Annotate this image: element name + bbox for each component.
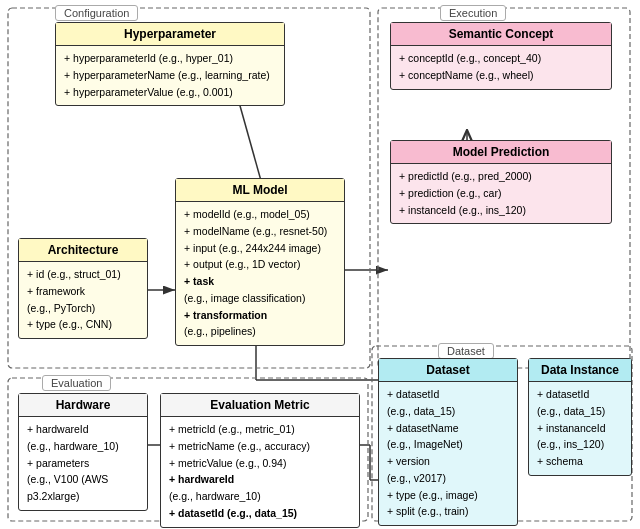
data-instance-title: Data Instance: [529, 359, 631, 382]
di-field-5: + schema: [537, 454, 623, 470]
architecture-title: Architecture: [19, 239, 147, 262]
ds-field-5: + version: [387, 454, 509, 470]
ml-field-2: + modelName (e.g., resnet-50): [184, 224, 336, 240]
dataset-body: + datasetId (e.g., data_15) + datasetNam…: [379, 382, 517, 525]
data-instance-body: + datasetId (e.g., data_15) + instanance…: [529, 382, 631, 475]
em-field-1: + metricId (e.g., metric_01): [169, 422, 351, 438]
hw-field-3: + parameters: [27, 456, 139, 472]
ml-field-8: (e.g., pipelines): [184, 324, 336, 340]
model-prediction-body: + predictId (e.g., pred_2000) + predicti…: [391, 164, 611, 223]
ds-field-1: + datasetId: [387, 387, 509, 403]
ml-field-4: + output (e.g., 1D vector): [184, 257, 336, 273]
hw-field-2: (e.g., hardware_10): [27, 439, 139, 455]
em-field-2: + metricName (e.g., accuracy): [169, 439, 351, 455]
hw-field-4: (e.g., V100 (AWS: [27, 472, 139, 488]
hyperparameter-body: + hyperparameterId (e.g., hyper_01) + hy…: [56, 46, 284, 105]
hp-field-2: + hyperparameterName (e.g., learning_rat…: [64, 68, 276, 84]
hp-field-3: + hyperparameterValue (e.g., 0.001): [64, 85, 276, 101]
arch-field-4: + type (e.g., CNN): [27, 317, 139, 333]
dataset-box: Dataset + datasetId (e.g., data_15) + da…: [378, 358, 518, 526]
ml-field-5: + task: [184, 274, 336, 290]
semantic-concept-title: Semantic Concept: [391, 23, 611, 46]
ml-field-7: + transformation: [184, 308, 336, 324]
architecture-body: + id (e.g., struct_01) + framework (e.g.…: [19, 262, 147, 338]
diagram-container: Configuration Execution Evaluation Datas…: [0, 0, 640, 529]
ml-field-6: (e.g., image classification): [184, 291, 336, 307]
di-field-3: + instananceId: [537, 421, 623, 437]
ds-field-2: (e.g., data_15): [387, 404, 509, 420]
dataset-title: Dataset: [379, 359, 517, 382]
ml-field-1: + modelId (e.g., model_05): [184, 207, 336, 223]
evaluation-metric-box: Evaluation Metric + metricId (e.g., metr…: [160, 393, 360, 528]
di-field-4: (e.g., ins_120): [537, 437, 623, 453]
arch-field-1: + id (e.g., struct_01): [27, 267, 139, 283]
arch-field-3: (e.g., PyTorch): [27, 301, 139, 317]
semantic-concept-box: Semantic Concept + conceptId (e.g., conc…: [390, 22, 612, 90]
evaluation-metric-title: Evaluation Metric: [161, 394, 359, 417]
hardware-body: + hardwareId (e.g., hardware_10) + param…: [19, 417, 147, 510]
hardware-box: Hardware + hardwareId (e.g., hardware_10…: [18, 393, 148, 511]
hyperparameter-title: Hyperparameter: [56, 23, 284, 46]
ds-field-6: (e.g., v2017): [387, 471, 509, 487]
mp-field-1: + predictId (e.g., pred_2000): [399, 169, 603, 185]
mlmodel-box: ML Model + modelId (e.g., model_05) + mo…: [175, 178, 345, 346]
model-prediction-box: Model Prediction + predictId (e.g., pred…: [390, 140, 612, 224]
sc-field-1: + conceptId (e.g., concept_40): [399, 51, 603, 67]
ml-field-3: + input (e.g., 244x244 image): [184, 241, 336, 257]
hw-field-1: + hardwareId: [27, 422, 139, 438]
mlmodel-body: + modelId (e.g., model_05) + modelName (…: [176, 202, 344, 345]
ds-field-4: (e.g., ImageNet): [387, 437, 509, 453]
di-field-1: + datasetId: [537, 387, 623, 403]
hyperparameter-box: Hyperparameter + hyperparameterId (e.g.,…: [55, 22, 285, 106]
mp-field-2: + prediction (e.g., car): [399, 186, 603, 202]
em-field-5: (e.g., hardware_10): [169, 489, 351, 505]
model-prediction-title: Model Prediction: [391, 141, 611, 164]
ds-field-3: + datasetName: [387, 421, 509, 437]
mlmodel-title: ML Model: [176, 179, 344, 202]
ds-field-8: + split (e.g., train): [387, 504, 509, 520]
section-dataset: Dataset: [438, 343, 494, 359]
section-configuration: Configuration: [55, 5, 138, 21]
data-instance-box: Data Instance + datasetId (e.g., data_15…: [528, 358, 632, 476]
arch-field-2: + framework: [27, 284, 139, 300]
section-execution: Execution: [440, 5, 506, 21]
em-field-3: + metricValue (e.g., 0.94): [169, 456, 351, 472]
semantic-concept-body: + conceptId (e.g., concept_40) + concept…: [391, 46, 611, 89]
em-field-6: + datasetId (e.g., data_15): [169, 506, 351, 522]
hw-field-5: p3.2xlarge): [27, 489, 139, 505]
di-field-2: (e.g., data_15): [537, 404, 623, 420]
hp-field-1: + hyperparameterId (e.g., hyper_01): [64, 51, 276, 67]
mp-field-3: + instanceId (e.g., ins_120): [399, 203, 603, 219]
em-field-4: + hardwareId: [169, 472, 351, 488]
evaluation-metric-body: + metricId (e.g., metric_01) + metricNam…: [161, 417, 359, 527]
section-evaluation: Evaluation: [42, 375, 111, 391]
hardware-title: Hardware: [19, 394, 147, 417]
ds-field-7: + type (e.g., image): [387, 488, 509, 504]
architecture-box: Architecture + id (e.g., struct_01) + fr…: [18, 238, 148, 339]
sc-field-2: + conceptName (e.g., wheel): [399, 68, 603, 84]
